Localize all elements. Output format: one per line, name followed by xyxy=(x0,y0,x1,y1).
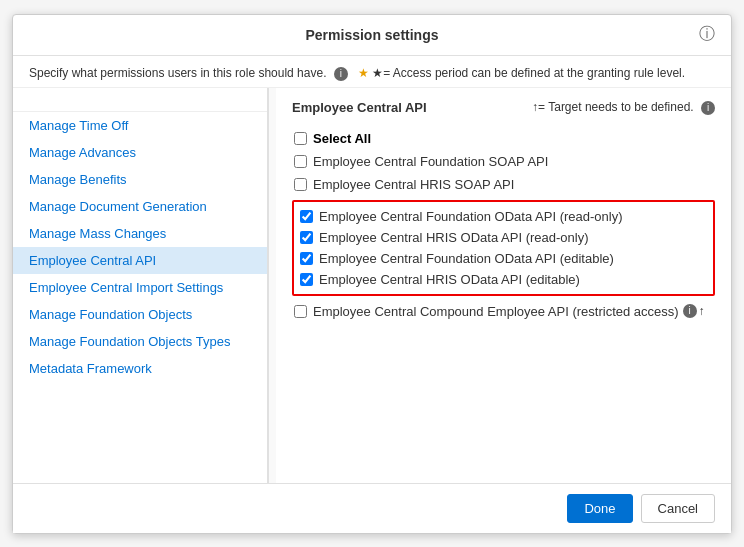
label-hris-odata-readonly: Employee Central HRIS OData API (read-on… xyxy=(319,230,589,245)
select-all-label: Select All xyxy=(313,131,371,146)
checkbox-hris-odata-editable[interactable] xyxy=(300,273,313,286)
help-icon[interactable]: ⓘ xyxy=(699,24,715,45)
sidebar-item-manage-mass-changes[interactable]: Manage Mass Changes xyxy=(13,220,267,247)
checkbox-item-soap-api: Employee Central Foundation SOAP API xyxy=(292,150,715,173)
sidebar-item-metadata-framework[interactable]: Metadata Framework xyxy=(13,355,267,382)
checkbox-item-hris-odata-editable: Employee Central HRIS OData API (editabl… xyxy=(298,269,709,290)
select-all-checkbox[interactable] xyxy=(294,132,307,145)
label-hris-soap-api: Employee Central HRIS SOAP API xyxy=(313,177,514,192)
checkbox-item-foundation-odata-readonly: Employee Central Foundation OData API (r… xyxy=(298,206,709,227)
checkbox-hris-odata-readonly[interactable] xyxy=(300,231,313,244)
sidebar-item-manage-document-generation[interactable]: Manage Document Generation xyxy=(13,193,267,220)
compound-info-icon[interactable]: i xyxy=(683,304,697,318)
done-button[interactable]: Done xyxy=(567,494,632,523)
sidebar-item-manage-advances[interactable]: Manage Advances xyxy=(13,139,267,166)
sidebar: Manage Time Off Manage Advances Manage B… xyxy=(13,88,268,483)
checkbox-item-hris-odata-readonly: Employee Central HRIS OData API (read-on… xyxy=(298,227,709,248)
cancel-button[interactable]: Cancel xyxy=(641,494,715,523)
label-soap-api: Employee Central Foundation SOAP API xyxy=(313,154,548,169)
section-header: Employee Central API ↑= Target needs to … xyxy=(292,100,715,119)
sidebar-item-employee-central-import-settings[interactable]: Employee Central Import Settings xyxy=(13,274,267,301)
modal-title: Permission settings xyxy=(305,27,438,43)
note-info-icon[interactable]: i xyxy=(334,67,348,81)
sidebar-item-manage-foundation-objects[interactable]: Manage Foundation Objects xyxy=(13,301,267,328)
section-info-icon[interactable]: i xyxy=(701,101,715,115)
permission-note: Specify what permissions users in this r… xyxy=(13,56,731,88)
section-note: ↑= Target needs to be defined. i xyxy=(532,100,715,115)
label-hris-odata-editable: Employee Central HRIS OData API (editabl… xyxy=(319,272,580,287)
checkbox-soap-api[interactable] xyxy=(294,155,307,168)
sidebar-scrollbar xyxy=(268,88,276,483)
label-foundation-odata-editable: Employee Central Foundation OData API (e… xyxy=(319,251,614,266)
label-compound-employee: Employee Central Compound Employee API (… xyxy=(313,304,679,319)
content-area: Manage Time Off Manage Advances Manage B… xyxy=(13,88,731,483)
checkbox-list: Select All Employee Central Foundation S… xyxy=(292,127,715,196)
checkbox-hris-soap-api[interactable] xyxy=(294,178,307,191)
checkbox-item-foundation-odata-editable: Employee Central Foundation OData API (e… xyxy=(298,248,709,269)
modal-body: Specify what permissions users in this r… xyxy=(13,56,731,483)
highlighted-section: Employee Central Foundation OData API (r… xyxy=(292,200,715,296)
modal-header: Permission settings ⓘ xyxy=(13,15,731,56)
target-icon: ↑ xyxy=(699,304,705,318)
checkbox-list-bottom: Employee Central Compound Employee API (… xyxy=(292,300,715,323)
checkbox-foundation-odata-readonly[interactable] xyxy=(300,210,313,223)
select-all-item: Select All xyxy=(292,127,715,150)
sidebar-item-manage-foundation-objects-types[interactable]: Manage Foundation Objects Types xyxy=(13,328,267,355)
main-content: Employee Central API ↑= Target needs to … xyxy=(276,88,731,483)
section-title: Employee Central API xyxy=(292,100,427,115)
highlighted-checkbox-list: Employee Central Foundation OData API (r… xyxy=(298,206,709,290)
sidebar-item-employee-central-api[interactable]: Employee Central API xyxy=(13,247,267,274)
label-foundation-odata-readonly: Employee Central Foundation OData API (r… xyxy=(319,209,623,224)
checkbox-item-compound-employee: Employee Central Compound Employee API (… xyxy=(292,300,715,323)
checkbox-item-hris-soap-api: Employee Central HRIS SOAP API xyxy=(292,173,715,196)
checkbox-foundation-odata-editable[interactable] xyxy=(300,252,313,265)
permission-settings-modal: Permission settings ⓘ Specify what permi… xyxy=(12,14,732,534)
sidebar-item-manage-benefits[interactable]: Manage Benefits xyxy=(13,166,267,193)
sidebar-top-space xyxy=(13,92,267,112)
checkbox-compound-employee[interactable] xyxy=(294,305,307,318)
modal-footer: Done Cancel xyxy=(13,483,731,533)
sidebar-item-manage-time-off[interactable]: Manage Time Off xyxy=(13,112,267,139)
